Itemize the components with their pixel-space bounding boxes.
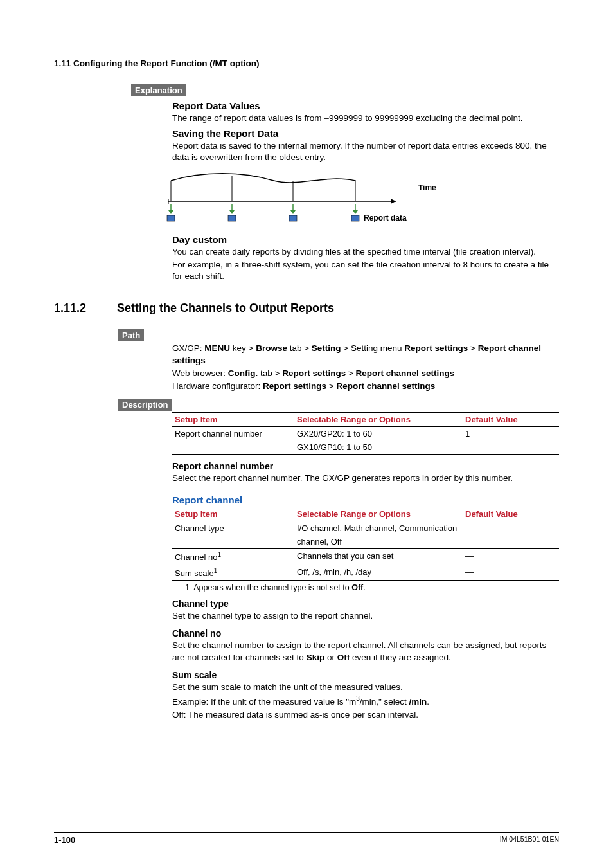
heading-report-channel: Report channel xyxy=(172,494,559,505)
report-data-diagram: Time Report data xyxy=(164,168,559,225)
text-channel-no: Set the channel number to assign to the … xyxy=(172,640,559,663)
heading-1-11-2: 1.11.2Setting the Channels to Output Rep… xyxy=(54,302,559,315)
diagram-report-label: Report data xyxy=(364,213,407,222)
svg-rect-18 xyxy=(351,215,359,221)
section-title: 1.11 Configuring the Report Function (/M… xyxy=(54,59,259,68)
text-day-custom-2: For example, in a three-shift system, yo… xyxy=(172,259,559,282)
page-number: 1-100 xyxy=(54,835,75,845)
table-row: Sum scale1 Off, /s, /min, /h, /day — xyxy=(172,565,559,580)
svg-rect-15 xyxy=(289,215,297,221)
th-setup-item: Setup Item xyxy=(172,413,294,427)
heading-report-data-values: Report Data Values xyxy=(172,100,559,111)
text-day-custom-1: You can create daily reports by dividing… xyxy=(172,246,559,258)
svg-marker-5 xyxy=(391,199,396,204)
text-sum-scale-2: Example: If the unit of the measured val… xyxy=(172,694,559,708)
th-default: Default Value xyxy=(463,507,559,521)
table-report-channel: Setup Item Selectable Range or Options D… xyxy=(172,507,559,581)
text-report-channel-number: Select the report channel number. The GX… xyxy=(172,473,559,484)
badge-path: Path xyxy=(118,329,144,341)
table-row: GX10/GP10: 1 to 50 xyxy=(172,440,559,455)
heading-sum-scale: Sum scale xyxy=(172,670,559,680)
table-row: channel, Off xyxy=(172,535,559,549)
svg-rect-9 xyxy=(167,215,175,221)
badge-explanation: Explanation xyxy=(131,84,186,96)
svg-marker-14 xyxy=(290,210,296,214)
heading-channel-type: Channel type xyxy=(172,599,559,609)
th-range: Selectable Range or Options xyxy=(294,413,463,427)
heading-saving-report-data: Saving the Report Data xyxy=(172,128,559,139)
heading-title: Setting the Channels to Output Reports xyxy=(117,302,334,314)
doc-id: IM 04L51B01-01EN xyxy=(500,835,559,845)
badge-description: Description xyxy=(118,399,172,411)
svg-marker-17 xyxy=(353,210,358,214)
svg-rect-12 xyxy=(228,215,236,221)
path-line-gxgp: GX/GP: MENU key > Browse tab > Setting >… xyxy=(172,343,559,366)
text-sum-scale-3: Off: The measured data is summed as-is o… xyxy=(172,709,559,721)
table-report-channel-number: Setup Item Selectable Range or Options D… xyxy=(172,412,559,455)
header-rule xyxy=(54,71,559,71)
page-header: 1.11 Configuring the Report Function (/M… xyxy=(54,58,559,71)
heading-day-custom: Day custom xyxy=(172,234,559,245)
footnote-1: 1 Appears when the channel type is not s… xyxy=(185,583,559,592)
th-default: Default Value xyxy=(463,413,559,427)
table-row: Channel type I/O channel, Math channel, … xyxy=(172,521,559,536)
page-footer: 1-100 IM 04L51B01-01EN xyxy=(54,832,559,845)
th-setup-item: Setup Item xyxy=(172,507,294,521)
table-row: Channel no1 Channels that you can set — xyxy=(172,549,559,565)
heading-number: 1.11.2 xyxy=(54,302,117,315)
path-line-hw: Hardware configurator: Report settings >… xyxy=(172,381,559,392)
svg-marker-11 xyxy=(229,210,235,214)
heading-report-channel-number: Report channel number xyxy=(172,461,559,471)
text-sum-scale-1: Set the sum scale to match the unit of t… xyxy=(172,682,559,693)
table-row: Report channel number GX20/GP20: 1 to 60… xyxy=(172,427,559,441)
heading-channel-no: Channel no xyxy=(172,628,559,638)
diagram-time-label: Time xyxy=(418,183,436,192)
svg-marker-8 xyxy=(168,210,173,214)
text-report-data-values: The range of report data values is from … xyxy=(172,113,559,124)
text-channel-type: Set the channel type to assign to the re… xyxy=(172,610,559,622)
text-saving-report-data: Report data is saved to the internal mem… xyxy=(172,140,559,163)
th-range: Selectable Range or Options xyxy=(294,507,463,521)
path-line-web: Web browser: Config. tab > Report settin… xyxy=(172,368,559,379)
